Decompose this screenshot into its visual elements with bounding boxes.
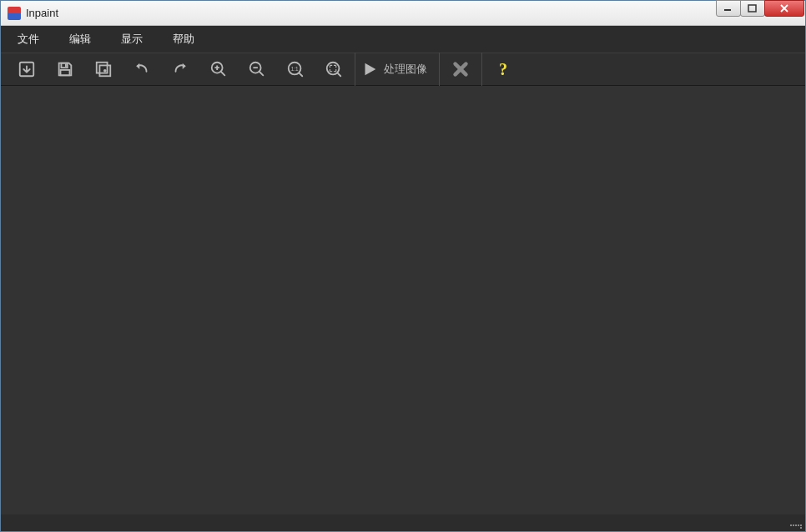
batch-button[interactable]: [84, 53, 123, 86]
canvas-area: [1, 86, 805, 514]
process-label: 处理图像: [384, 62, 427, 77]
zoom-fit-button[interactable]: [315, 53, 353, 86]
toolbar-separator: [481, 53, 482, 86]
redo-button[interactable]: [161, 53, 199, 86]
svg-rect-5: [61, 70, 70, 75]
svg-rect-4: [65, 64, 67, 68]
svg-rect-1: [748, 5, 756, 12]
save-icon: [56, 60, 74, 78]
app-window: Inpaint 文件 编辑 显示 帮助: [0, 0, 806, 532]
window-controls: [717, 1, 805, 25]
resize-grip[interactable]: [790, 517, 802, 529]
zoom-in-button[interactable]: [199, 53, 238, 86]
toolbar-separator: [355, 53, 355, 86]
process-button[interactable]: 处理图像: [357, 53, 437, 86]
toolbar-separator: [439, 53, 440, 86]
menu-edit[interactable]: 编辑: [59, 27, 111, 52]
redo-icon: [171, 60, 189, 78]
zoom-out-button[interactable]: [238, 53, 276, 86]
close-button[interactable]: [764, 0, 804, 17]
zoom-actual-icon: 1:1: [286, 60, 305, 78]
toolbar: 1:1 处理图像: [1, 53, 805, 86]
zoom-fit-icon: [325, 60, 343, 78]
close-icon: [451, 60, 470, 78]
minimize-button[interactable]: [716, 0, 741, 17]
svg-text:?: ?: [499, 60, 507, 78]
undo-button[interactable]: [123, 53, 161, 86]
help-icon: ?: [494, 60, 512, 78]
window-title: Inpaint: [26, 7, 717, 19]
maximize-button[interactable]: [740, 0, 765, 17]
zoom-in-icon: [209, 60, 228, 78]
cancel-button[interactable]: [441, 53, 480, 86]
open-button[interactable]: [8, 53, 46, 86]
undo-icon: [133, 60, 151, 78]
help-button[interactable]: ?: [484, 53, 522, 86]
svg-text:1:1: 1:1: [291, 66, 299, 72]
app-body: 文件 编辑 显示 帮助: [1, 26, 805, 531]
app-icon: [8, 7, 21, 20]
open-icon: [18, 60, 36, 78]
zoom-out-icon: [248, 60, 266, 78]
statusbar: [1, 514, 805, 531]
menubar: 文件 编辑 显示 帮助: [1, 26, 805, 53]
batch-icon: [94, 60, 113, 78]
save-button[interactable]: [46, 53, 84, 86]
svg-point-8: [103, 69, 107, 73]
titlebar: Inpaint: [1, 1, 805, 26]
zoom-actual-button[interactable]: 1:1: [276, 53, 315, 86]
menu-view[interactable]: 显示: [111, 27, 163, 52]
menu-help[interactable]: 帮助: [163, 27, 214, 52]
play-icon: [360, 60, 379, 78]
svg-rect-0: [724, 9, 731, 11]
menu-file[interactable]: 文件: [8, 27, 59, 52]
